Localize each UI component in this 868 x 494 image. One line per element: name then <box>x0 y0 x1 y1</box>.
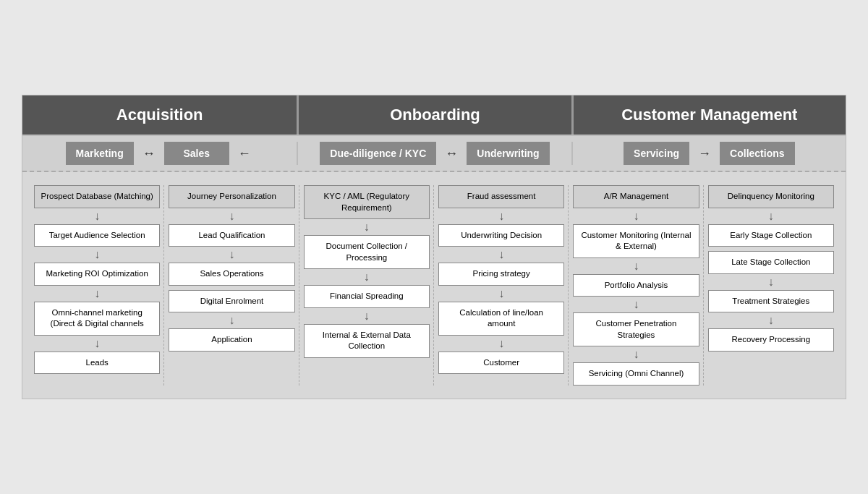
box-treatment-strategies: Treatment Strategies <box>708 290 834 313</box>
box-leads: Leads <box>34 352 160 375</box>
arrow5: ↓ <box>229 208 234 224</box>
diagram: Acquisition Onboarding Customer Manageme… <box>22 95 846 399</box>
box-early-stage: Early Stage Collection <box>708 224 834 247</box>
box-doc-collection: Document Collection / Processing <box>304 235 430 269</box>
box-pricing-strategy: Pricing strategy <box>438 263 564 286</box>
box-omni-channel: Omni-channel marketing (Direct & Digital… <box>34 302 160 336</box>
arrow-servicing-collections: → <box>698 146 711 161</box>
arrow17: ↓ <box>633 297 639 312</box>
arrow12: ↓ <box>498 247 504 263</box>
box-delinquency-monitoring: Delinquency Monitoring <box>708 185 834 208</box>
arrow6: ↓ <box>229 247 234 263</box>
col-collections: Delinquency Monitoring ↓ Early Stage Col… <box>704 185 838 386</box>
acquisition-title: Acquisition <box>116 106 203 124</box>
header-acquisition: Acquisition <box>22 95 297 135</box>
arrow8: ↓ <box>364 219 370 235</box>
box-journey-personalization: Journey Personalization <box>169 185 294 208</box>
box-customer-monitoring: Customer Monitoring (Internal & External… <box>573 224 699 258</box>
arrow10: ↓ <box>364 308 370 324</box>
subheader-marketing: Marketing <box>66 142 134 165</box>
arrow21: ↓ <box>768 312 774 328</box>
box-lead-qualification: Lead Qualification <box>169 224 294 247</box>
subheader-duediligence: Due-diligence / KYC <box>320 142 436 165</box>
arrow16: ↓ <box>633 258 639 274</box>
box-kyc-aml: KYC / AML (Regulatory Requirement) <box>304 185 430 219</box>
col-underwriting: Fraud assessment ↓ Underwriting Decision… <box>434 185 569 386</box>
arrow20: ↓ <box>768 274 774 290</box>
box-portfolio-analysis: Portfolio Analysis <box>573 274 699 297</box>
arrow7: ↓ <box>229 312 234 328</box>
box-recovery-processing: Recovery Processing <box>708 328 834 352</box>
box-underwriting-decision: Underwriting Decision <box>438 224 564 247</box>
main-content: Prospect Database (Matching) ↓ Target Au… <box>22 172 846 399</box>
sub-headers: Marketing ↔ Sales ← Due-diligence / KYC … <box>22 135 846 172</box>
arrow-dd-uw: ↔ <box>445 146 458 161</box>
box-calc-line-loan: Calculation of line/loan amount <box>438 302 564 336</box>
col-duediligence: KYC / AML (Regulatory Requirement) ↓ Doc… <box>299 185 434 386</box>
box-internal-external-data: Internal & External Data Collection <box>304 324 430 358</box>
subheader-sales: Sales <box>164 142 229 165</box>
col-servicing: A/R Management ↓ Customer Monitoring (In… <box>569 185 703 386</box>
arrow13: ↓ <box>498 286 504 302</box>
top-headers: Acquisition Onboarding Customer Manageme… <box>22 95 846 135</box>
box-financial-spreading: Financial Spreading <box>304 285 430 308</box>
arrow4: ↓ <box>94 336 100 352</box>
arrow-marketing-sales: ↔ <box>142 146 156 161</box>
arrow14: ↓ <box>498 336 504 352</box>
arrow2: ↓ <box>94 247 100 263</box>
col-sales: Journey Personalization ↓ Lead Qualifica… <box>164 185 299 386</box>
box-customer: Customer <box>438 352 564 375</box>
box-digital-enrolment: Digital Enrolment <box>169 290 294 313</box>
box-late-stage: Late Stage Collection <box>708 251 834 274</box>
onboarding-title: Onboarding <box>390 106 480 124</box>
arrow19: ↓ <box>768 208 774 224</box>
header-customer: Customer Management <box>571 95 846 135</box>
box-target-audience: Target Audience Selection <box>34 224 160 247</box>
customer-title: Customer Management <box>621 106 797 124</box>
box-sales-operations: Sales Operations <box>169 263 294 286</box>
box-ar-management: A/R Management <box>573 185 699 208</box>
box-fraud-assessment: Fraud assessment <box>438 185 564 208</box>
box-customer-penetration: Customer Penetration Strategies <box>573 312 699 346</box>
header-onboarding: Onboarding <box>297 95 571 135</box>
arrow18: ↓ <box>633 346 639 362</box>
arrow11: ↓ <box>498 208 504 224</box>
subheader-underwriting: Underwriting <box>467 142 549 165</box>
arrow1: ↓ <box>94 208 100 224</box>
col-marketing: Prospect Database (Matching) ↓ Target Au… <box>30 185 164 386</box>
box-marketing-roi: Marketing ROI Optimization <box>34 263 160 286</box>
arrow3: ↓ <box>94 286 100 302</box>
arrow-sales-dd: ← <box>238 146 251 161</box>
arrow15: ↓ <box>633 208 639 224</box>
box-prospect-db: Prospect Database (Matching) <box>34 185 160 208</box>
box-servicing-omni: Servicing (Omni Channel) <box>573 362 699 386</box>
subheader-collections: Collections <box>720 142 794 165</box>
subheader-servicing: Servicing <box>624 142 689 165</box>
box-application: Application <box>169 328 294 352</box>
arrow9: ↓ <box>364 269 370 285</box>
